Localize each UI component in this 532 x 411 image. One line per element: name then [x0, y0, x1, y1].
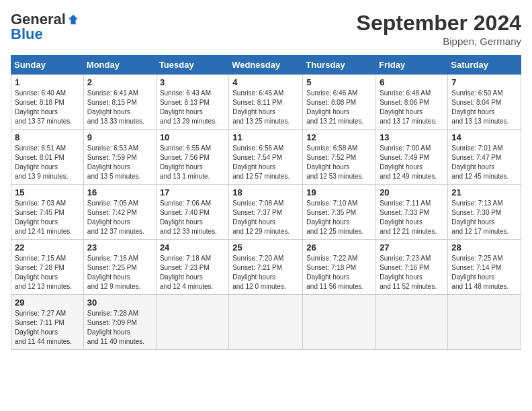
month-year-title: September 2024 [357, 11, 521, 36]
day-number: 9 [87, 132, 152, 142]
day-number: 8 [15, 132, 80, 142]
day-info: Sunrise: 6:40 AM Sunset: 8:18 PM Dayligh… [15, 89, 80, 126]
day-number: 13 [380, 132, 444, 142]
calendar-cell [156, 295, 228, 350]
day-number: 29 [15, 298, 80, 308]
day-info: Sunrise: 7:03 AM Sunset: 7:45 PM Dayligh… [15, 199, 80, 236]
calendar-cell: 8 Sunrise: 6:51 AM Sunset: 8:01 PM Dayli… [11, 130, 84, 185]
calendar-cell: 9 Sunrise: 6:53 AM Sunset: 7:59 PM Dayli… [83, 130, 156, 185]
day-number: 5 [306, 77, 372, 87]
day-number: 7 [451, 77, 517, 87]
calendar-cell: 3 Sunrise: 6:43 AM Sunset: 8:13 PM Dayli… [156, 75, 228, 130]
calendar-cell: 1 Sunrise: 6:40 AM Sunset: 8:18 PM Dayli… [11, 75, 84, 130]
day-number: 19 [306, 187, 372, 197]
header-saturday: Saturday [448, 56, 521, 75]
calendar-cell: 17 Sunrise: 7:06 AM Sunset: 7:40 PM Dayl… [156, 185, 228, 240]
header-tuesday: Tuesday [156, 56, 228, 75]
calendar-cell: 21 Sunrise: 7:13 AM Sunset: 7:30 PM Dayl… [448, 185, 521, 240]
day-info: Sunrise: 6:50 AM Sunset: 8:04 PM Dayligh… [451, 89, 517, 126]
calendar-cell [229, 295, 303, 350]
calendar-table: Sunday Monday Tuesday Wednesday Thursday… [11, 55, 521, 350]
header-thursday: Thursday [303, 56, 376, 75]
calendar-week-5: 29 Sunrise: 7:27 AM Sunset: 7:11 PM Dayl… [11, 295, 521, 350]
location-subtitle: Bippen, Germany [357, 36, 521, 47]
calendar-cell: 22 Sunrise: 7:15 AM Sunset: 7:28 PM Dayl… [11, 240, 84, 295]
calendar-cell: 11 Sunrise: 6:56 AM Sunset: 7:54 PM Dayl… [229, 130, 303, 185]
day-number: 4 [232, 77, 299, 87]
day-info: Sunrise: 6:48 AM Sunset: 8:06 PM Dayligh… [380, 89, 444, 126]
day-info: Sunrise: 6:56 AM Sunset: 7:54 PM Dayligh… [232, 144, 299, 181]
calendar-week-1: 1 Sunrise: 6:40 AM Sunset: 8:18 PM Dayli… [11, 75, 521, 130]
day-info: Sunrise: 6:46 AM Sunset: 8:08 PM Dayligh… [306, 89, 372, 126]
calendar-week-4: 22 Sunrise: 7:15 AM Sunset: 7:28 PM Dayl… [11, 240, 521, 295]
day-number: 21 [451, 187, 517, 197]
day-number: 30 [87, 298, 152, 308]
title-block: September 2024 Bippen, Germany [357, 11, 521, 47]
day-number: 3 [160, 77, 225, 87]
header-monday: Monday [83, 56, 156, 75]
page-header: General Blue September 2024 Bippen, Germ… [11, 11, 521, 47]
calendar-cell: 10 Sunrise: 6:55 AM Sunset: 7:56 PM Dayl… [156, 130, 228, 185]
calendar-week-2: 8 Sunrise: 6:51 AM Sunset: 8:01 PM Dayli… [11, 130, 521, 185]
day-info: Sunrise: 6:58 AM Sunset: 7:52 PM Dayligh… [306, 144, 372, 181]
calendar-cell: 15 Sunrise: 7:03 AM Sunset: 7:45 PM Dayl… [11, 185, 84, 240]
calendar-cell: 27 Sunrise: 7:23 AM Sunset: 7:16 PM Dayl… [376, 240, 448, 295]
day-info: Sunrise: 6:45 AM Sunset: 8:11 PM Dayligh… [232, 89, 299, 126]
calendar-cell: 29 Sunrise: 7:27 AM Sunset: 7:11 PM Dayl… [11, 295, 84, 350]
logo-blue-text: Blue [11, 26, 43, 43]
day-number: 27 [380, 242, 444, 253]
day-number: 25 [232, 242, 299, 253]
calendar-cell: 24 Sunrise: 7:18 AM Sunset: 7:23 PM Dayl… [156, 240, 228, 295]
day-info: Sunrise: 6:41 AM Sunset: 8:15 PM Dayligh… [87, 89, 152, 126]
calendar-week-3: 15 Sunrise: 7:03 AM Sunset: 7:45 PM Dayl… [11, 185, 521, 240]
day-info: Sunrise: 7:18 AM Sunset: 7:23 PM Dayligh… [160, 254, 225, 291]
day-info: Sunrise: 6:43 AM Sunset: 8:13 PM Dayligh… [160, 89, 225, 126]
day-number: 24 [160, 242, 225, 253]
calendar-cell: 25 Sunrise: 7:20 AM Sunset: 7:21 PM Dayl… [229, 240, 303, 295]
header-friday: Friday [376, 56, 448, 75]
calendar-cell: 5 Sunrise: 6:46 AM Sunset: 8:08 PM Dayli… [303, 75, 376, 130]
day-info: Sunrise: 7:06 AM Sunset: 7:40 PM Dayligh… [160, 199, 225, 236]
calendar-cell [376, 295, 448, 350]
day-info: Sunrise: 7:05 AM Sunset: 7:42 PM Dayligh… [87, 199, 152, 236]
day-info: Sunrise: 7:28 AM Sunset: 7:09 PM Dayligh… [87, 309, 152, 347]
calendar-cell: 13 Sunrise: 7:00 AM Sunset: 7:49 PM Dayl… [376, 130, 448, 185]
day-info: Sunrise: 7:13 AM Sunset: 7:30 PM Dayligh… [451, 199, 517, 236]
day-info: Sunrise: 7:01 AM Sunset: 7:47 PM Dayligh… [451, 144, 517, 181]
header-sunday: Sunday [11, 56, 84, 75]
day-number: 20 [380, 187, 444, 197]
day-info: Sunrise: 7:10 AM Sunset: 7:35 PM Dayligh… [306, 199, 372, 236]
calendar-cell: 16 Sunrise: 7:05 AM Sunset: 7:42 PM Dayl… [83, 185, 156, 240]
day-info: Sunrise: 7:08 AM Sunset: 7:37 PM Dayligh… [232, 199, 299, 236]
calendar-cell: 19 Sunrise: 7:10 AM Sunset: 7:35 PM Dayl… [303, 185, 376, 240]
header-wednesday: Wednesday [229, 56, 303, 75]
day-number: 28 [451, 242, 517, 253]
calendar-cell: 18 Sunrise: 7:08 AM Sunset: 7:37 PM Dayl… [229, 185, 303, 240]
day-info: Sunrise: 7:00 AM Sunset: 7:49 PM Dayligh… [380, 144, 444, 181]
calendar-cell: 30 Sunrise: 7:28 AM Sunset: 7:09 PM Dayl… [83, 295, 156, 350]
calendar-cell: 26 Sunrise: 7:22 AM Sunset: 7:18 PM Dayl… [303, 240, 376, 295]
day-info: Sunrise: 6:53 AM Sunset: 7:59 PM Dayligh… [87, 144, 152, 181]
day-info: Sunrise: 6:55 AM Sunset: 7:56 PM Dayligh… [160, 144, 225, 181]
day-info: Sunrise: 7:11 AM Sunset: 7:33 PM Dayligh… [380, 199, 444, 236]
day-number: 17 [160, 187, 225, 197]
day-info: Sunrise: 7:23 AM Sunset: 7:16 PM Dayligh… [380, 254, 444, 291]
weekday-header-row: Sunday Monday Tuesday Wednesday Thursday… [11, 56, 521, 75]
day-info: Sunrise: 6:51 AM Sunset: 8:01 PM Dayligh… [15, 144, 80, 181]
calendar-cell: 28 Sunrise: 7:25 AM Sunset: 7:14 PM Dayl… [448, 240, 521, 295]
calendar-cell [448, 295, 521, 350]
calendar-cell: 23 Sunrise: 7:16 AM Sunset: 7:25 PM Dayl… [83, 240, 156, 295]
calendar-cell: 7 Sunrise: 6:50 AM Sunset: 8:04 PM Dayli… [448, 75, 521, 130]
day-number: 6 [380, 77, 444, 87]
calendar-cell: 2 Sunrise: 6:41 AM Sunset: 8:15 PM Dayli… [83, 75, 156, 130]
day-number: 16 [87, 187, 152, 197]
day-number: 26 [306, 242, 372, 253]
day-info: Sunrise: 7:27 AM Sunset: 7:11 PM Dayligh… [15, 309, 80, 347]
day-number: 2 [87, 77, 152, 87]
calendar-cell [303, 295, 376, 350]
day-info: Sunrise: 7:16 AM Sunset: 7:25 PM Dayligh… [87, 254, 152, 291]
day-info: Sunrise: 7:25 AM Sunset: 7:14 PM Dayligh… [451, 254, 517, 291]
calendar-cell: 12 Sunrise: 6:58 AM Sunset: 7:52 PM Dayl… [303, 130, 376, 185]
day-number: 18 [232, 187, 299, 197]
day-number: 1 [15, 77, 80, 87]
